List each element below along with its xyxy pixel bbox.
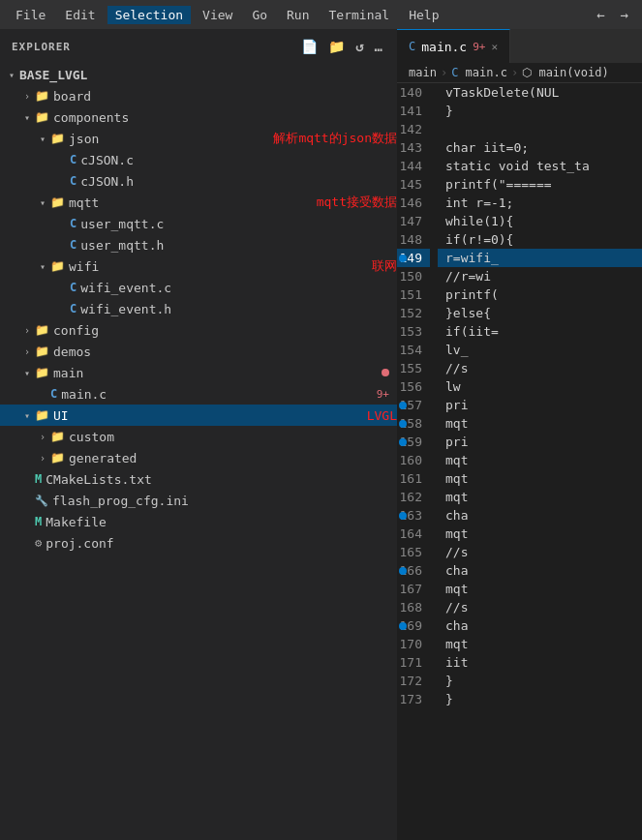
tab-main-c[interactable]: C main.c 9+ ✕ bbox=[397, 29, 510, 63]
line-number-147: 147 bbox=[397, 212, 430, 230]
line-number-157: 157 bbox=[397, 396, 430, 414]
line-number-163: 163 bbox=[397, 506, 430, 525]
menu-file[interactable]: File bbox=[8, 6, 53, 24]
breadcrumb-file[interactable]: C main.c bbox=[451, 66, 507, 79]
custom-label: custom bbox=[69, 430, 397, 444]
code-line-150: //r=wi bbox=[438, 267, 642, 285]
line-number-151: 151 bbox=[397, 285, 430, 304]
refresh-icon[interactable]: ↺ bbox=[353, 37, 366, 56]
code-line-160: mqt bbox=[438, 451, 642, 469]
sidebar-header: EXPLORER 📄 📁 ↺ … bbox=[0, 29, 397, 64]
code-line-152: }else{ bbox=[438, 304, 642, 322]
line-number-142: 142 bbox=[397, 120, 430, 138]
components-arrow: ▾ bbox=[19, 112, 35, 123]
line-number-150: 150 bbox=[397, 267, 430, 285]
back-arrow[interactable]: ← bbox=[591, 5, 610, 24]
code-line-155: //s bbox=[438, 359, 642, 377]
menu-terminal[interactable]: Terminal bbox=[321, 6, 398, 24]
code-line-161: mqt bbox=[438, 469, 642, 488]
wifi-label: wifi bbox=[69, 259, 364, 274]
tree-user-mqtt-c[interactable]: C user_mqtt.c bbox=[0, 213, 397, 234]
line-number-158: 158 bbox=[397, 414, 430, 433]
config-arrow: › bbox=[19, 325, 35, 336]
generated-label: generated bbox=[69, 451, 397, 465]
demos-label: demos bbox=[53, 345, 397, 359]
code-line-170: mqt bbox=[438, 635, 642, 653]
menu-edit[interactable]: Edit bbox=[57, 6, 103, 24]
board-label: board bbox=[53, 89, 397, 104]
menu-go[interactable]: Go bbox=[244, 6, 275, 24]
tree-ui-folder[interactable]: ▾ 📁 UI LVGL bbox=[0, 405, 397, 426]
components-folder-icon: 📁 bbox=[35, 110, 49, 124]
cmakelists-icon: M bbox=[35, 472, 42, 486]
proj-conf-label: proj.conf bbox=[46, 536, 397, 551]
line-number-154: 154 bbox=[397, 341, 430, 359]
line-number-166: 166 bbox=[397, 561, 430, 580]
cjson-h-icon: C bbox=[70, 174, 76, 188]
breadcrumb-main[interactable]: main bbox=[409, 66, 437, 79]
tree-mqtt[interactable]: ▾ 📁 mqtt mqtt接受数据 bbox=[0, 192, 397, 213]
tree-flash-prog[interactable]: 🔧 flash_prog_cfg.ini bbox=[0, 490, 397, 511]
tree-wifi-event-h[interactable]: C wifi_event.h bbox=[0, 298, 397, 319]
ui-folder-icon: 📁 bbox=[35, 408, 49, 422]
code-line-169: cha bbox=[438, 616, 642, 635]
tree-proj-conf[interactable]: ⚙ proj.conf bbox=[0, 532, 397, 554]
menu-view[interactable]: View bbox=[195, 6, 240, 24]
json-annotation: 解析mqtt的json数据 bbox=[273, 130, 397, 147]
tree-makefile[interactable]: M Makefile bbox=[0, 511, 397, 532]
breadcrumb-func[interactable]: ⬡ main(void) bbox=[522, 66, 608, 79]
tree-main-c[interactable]: C main.c 9+ bbox=[0, 383, 397, 405]
code-line-154: lv_ bbox=[438, 341, 642, 359]
board-folder-icon: 📁 bbox=[35, 89, 49, 103]
code-line-147: while(1){ bbox=[438, 212, 642, 230]
line-number-144: 144 bbox=[397, 157, 430, 175]
line-number-141: 141 bbox=[397, 102, 430, 120]
code-line-141: } bbox=[438, 102, 642, 120]
more-icon[interactable]: … bbox=[373, 37, 385, 56]
line-number-170: 170 bbox=[397, 635, 430, 653]
tab-close-icon[interactable]: ✕ bbox=[491, 41, 498, 53]
user-mqtt-c-label: user_mqtt.c bbox=[80, 217, 397, 231]
tree-wifi-event-c[interactable]: C wifi_event.c bbox=[0, 277, 397, 298]
tree-json[interactable]: ▾ 📁 json 解析mqtt的json数据 bbox=[0, 128, 397, 149]
menu-run[interactable]: Run bbox=[279, 6, 317, 24]
config-label: config bbox=[53, 323, 397, 338]
menu-help[interactable]: Help bbox=[401, 6, 446, 24]
tree-root[interactable]: ▾ BASE_LVGL bbox=[0, 64, 397, 85]
new-file-icon[interactable]: 📄 bbox=[299, 37, 321, 56]
tree-wifi[interactable]: ▾ 📁 wifi 联网 bbox=[0, 255, 397, 277]
forward-arrow[interactable]: → bbox=[615, 5, 634, 24]
new-folder-icon[interactable]: 📁 bbox=[326, 37, 348, 56]
tree-cjson-h[interactable]: C cJSON.h bbox=[0, 170, 397, 192]
tree-generated[interactable]: › 📁 generated bbox=[0, 447, 397, 468]
main-folder-label: main bbox=[53, 366, 382, 380]
code-line-153: if(iit= bbox=[438, 322, 642, 341]
user-mqtt-h-label: user_mqtt.h bbox=[80, 238, 397, 253]
tree-custom[interactable]: › 📁 custom bbox=[0, 426, 397, 447]
code-content[interactable]: vTaskDelete(NUL }char iit=0;static void … bbox=[438, 83, 642, 840]
tree-demos[interactable]: › 📁 demos bbox=[0, 341, 397, 362]
tree-user-mqtt-h[interactable]: C user_mqtt.h bbox=[0, 234, 397, 255]
breadcrumb-sep2: › bbox=[511, 66, 518, 79]
demos-folder-icon: 📁 bbox=[35, 345, 49, 358]
makefile-icon: M bbox=[35, 515, 42, 528]
line-number-146: 146 bbox=[397, 194, 430, 212]
tree-main-folder[interactable]: ▾ 📁 main bbox=[0, 362, 397, 383]
tree-cmakelists[interactable]: M CMakeLists.txt bbox=[0, 468, 397, 490]
menu-selection[interactable]: Selection bbox=[107, 6, 191, 24]
tree-config[interactable]: › 📁 config bbox=[0, 319, 397, 341]
line-number-149: 149 bbox=[397, 249, 430, 267]
main-c-icon: C bbox=[50, 387, 57, 401]
tab-bar: C main.c 9+ ✕ bbox=[397, 29, 642, 63]
code-line-146: int r=-1; bbox=[438, 194, 642, 212]
code-line-173: } bbox=[438, 690, 642, 708]
wifi-annotation: 联网 bbox=[372, 257, 397, 275]
tree-components[interactable]: ▾ 📁 components bbox=[0, 106, 397, 128]
line-number-168: 168 bbox=[397, 598, 430, 616]
flash-prog-label: flash_prog_cfg.ini bbox=[52, 494, 397, 508]
line-number-169: 169 bbox=[397, 616, 430, 635]
code-line-167: mqt bbox=[438, 580, 642, 598]
tree-cjson-c[interactable]: C cJSON.c bbox=[0, 149, 397, 170]
line-numbers: 1401411421431441451461471481491501511521… bbox=[397, 83, 438, 840]
tree-board[interactable]: › 📁 board bbox=[0, 85, 397, 106]
